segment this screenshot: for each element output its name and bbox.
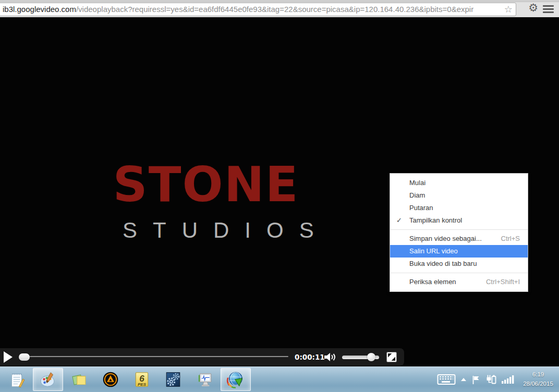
- menu-item-putaran[interactable]: Putaran: [390, 202, 528, 214]
- taskbar: 6 PES: [0, 366, 559, 392]
- aimp-icon: [102, 371, 119, 388]
- seek-handle[interactable]: [19, 353, 30, 361]
- idm-icon: [226, 370, 245, 389]
- taskbar-button-paint[interactable]: [33, 368, 63, 391]
- browser-menu-button[interactable]: [543, 5, 554, 15]
- video-logo: STONE STUDIOS: [107, 162, 305, 243]
- volume-knob[interactable]: [367, 353, 375, 361]
- taskbar-apps: 6 PES: [2, 368, 252, 391]
- screen: ib3l.googlevideo.com/videoplayback?requi…: [0, 0, 559, 392]
- seek-bar[interactable]: [21, 356, 288, 357]
- paint-icon: [39, 371, 57, 388]
- notepad-icon: [8, 371, 26, 388]
- browser-toolbar: ib3l.googlevideo.com/videoplayback?requi…: [0, 0, 559, 17]
- keyboard-icon[interactable]: [437, 373, 456, 386]
- menu-item-mulai[interactable]: Mulai: [390, 177, 528, 189]
- logo-title: STONE: [107, 162, 305, 207]
- menu-shortcut: Ctrl+S: [501, 232, 520, 245]
- tray-date: 28/06/2015: [519, 379, 557, 389]
- taskbar-button-pes6[interactable]: 6 PES: [127, 368, 157, 391]
- taskbar-button-idm[interactable]: [221, 368, 251, 391]
- show-hidden-icons-button[interactable]: [460, 377, 467, 382]
- menu-item-label: Diam: [409, 191, 425, 199]
- play-button[interactable]: [4, 351, 14, 363]
- logo-subtitle: STUDIOS: [107, 218, 305, 243]
- action-center-flag-icon[interactable]: [471, 375, 480, 385]
- menu-item-diam[interactable]: Diam: [390, 189, 528, 202]
- url-fade: [483, 4, 502, 15]
- menu-separator: [390, 273, 528, 273]
- menu-item-simpan-video-sebagai[interactable]: Ctrl+S Simpan video sebagai...: [390, 232, 528, 245]
- extension-gear-icon[interactable]: ⚙: [528, 2, 538, 14]
- taskbar-button-system-monitor[interactable]: [189, 368, 220, 391]
- taskbar-button-aimp[interactable]: [95, 368, 126, 391]
- taskbar-button-gears-utility[interactable]: [158, 368, 188, 391]
- pes6-icon: 6 PES: [133, 371, 151, 388]
- menu-item-salin-url-video[interactable]: Salin URL video: [390, 245, 528, 258]
- tray-time: 6:19: [519, 370, 557, 379]
- video-controls-bar: 0:00:11: [0, 348, 404, 366]
- time-display: 0:00:11: [295, 348, 325, 366]
- video-player[interactable]: STONE STUDIOS 0:00:11: [0, 17, 559, 366]
- menu-item-label: Simpan video sebagai...: [409, 235, 482, 242]
- url-path: /videoplayback?requiressl=yes&id=ea6fdf6…: [76, 5, 473, 14]
- menu-item-periksa-elemen[interactable]: Ctrl+Shift+I Periksa elemen: [390, 276, 528, 288]
- menu-shortcut: Ctrl+Shift+I: [486, 276, 520, 288]
- volume-mute-button[interactable]: [323, 351, 336, 363]
- tray-clock[interactable]: 6:19 28/06/2015: [519, 370, 557, 389]
- url-domain: ib3l.googlevideo.com: [3, 5, 76, 14]
- sticky-notes-icon: [70, 371, 88, 388]
- menu-item-buka-video-tab-baru[interactable]: Buka video di tab baru: [390, 258, 528, 270]
- menu-item-label: Salin URL video: [409, 247, 458, 255]
- network-signal-icon[interactable]: [502, 375, 515, 384]
- system-tray: 6:19 28/06/2015: [437, 367, 557, 392]
- bookmark-star-icon[interactable]: ☆: [504, 3, 513, 16]
- menu-item-label: Putaran: [409, 204, 433, 212]
- menu-item-label: Periksa elemen: [409, 278, 456, 286]
- menu-separator: [390, 229, 528, 230]
- monitor-waveform-icon: [196, 371, 213, 388]
- fullscreen-button[interactable]: [386, 352, 397, 362]
- taskbar-button-notepad[interactable]: [2, 368, 32, 391]
- menu-item-label: Tampilkan kontrol: [409, 216, 462, 224]
- speaker-icon: [324, 353, 330, 361]
- tab-strip: [0, 0, 559, 2]
- address-bar[interactable]: ib3l.googlevideo.com/videoplayback?requi…: [0, 3, 516, 16]
- menu-item-label: Mulai: [409, 179, 426, 187]
- pes6-label: PES: [138, 382, 147, 387]
- context-menu: Mulai Diam Putaran ✓ Tampilkan kontrol C…: [390, 173, 528, 292]
- gears-icon: [164, 371, 182, 388]
- taskbar-button-sticky-notes[interactable]: [64, 368, 94, 391]
- checkmark-icon: ✓: [396, 214, 402, 227]
- menu-item-label: Buka video di tab baru: [409, 260, 477, 267]
- play-icon: [4, 351, 13, 363]
- power-plug-icon[interactable]: [485, 374, 497, 385]
- menu-item-tampilkan-kontrol[interactable]: ✓ Tampilkan kontrol: [390, 214, 528, 227]
